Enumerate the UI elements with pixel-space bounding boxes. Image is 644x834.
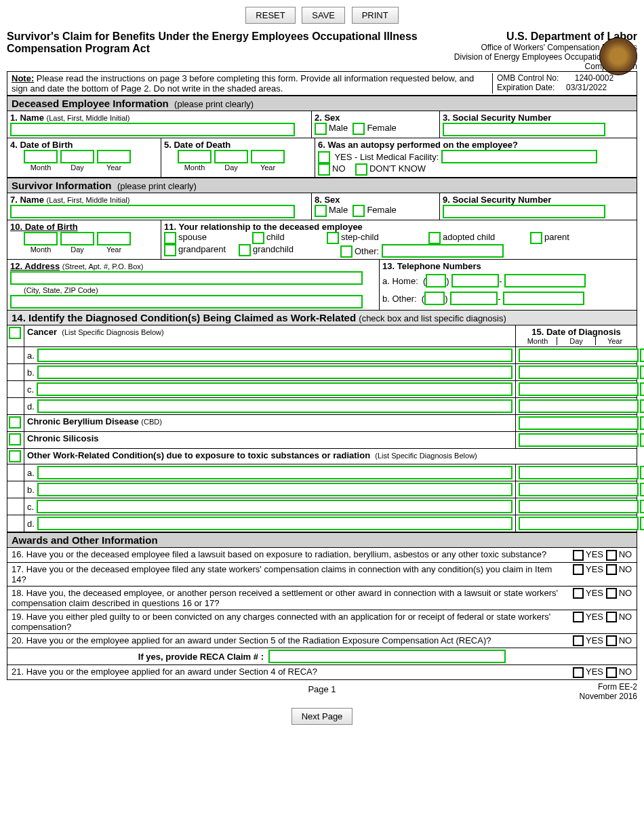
silicosis-checkbox[interactable] — [9, 433, 21, 445]
home-area-input[interactable] — [426, 274, 446, 287]
cbd-m-input[interactable] — [519, 416, 639, 430]
rel-gparent-checkbox[interactable] — [164, 244, 176, 256]
other-rows-c-input[interactable] — [37, 500, 512, 513]
autopsy-dk-checkbox[interactable] — [355, 163, 367, 176]
q6-no: NO — [332, 164, 346, 174]
rel-child: child — [266, 233, 285, 243]
sil-m-input[interactable] — [519, 433, 639, 447]
q21-yes-checkbox[interactable] — [573, 667, 584, 678]
q16-no-checkbox[interactable] — [606, 550, 617, 561]
q18-no-checkbox[interactable] — [606, 588, 617, 599]
other-cond-checkbox[interactable] — [9, 450, 21, 462]
autopsy-yes-checkbox[interactable] — [318, 151, 330, 163]
other-rows-d-d[interactable] — [640, 517, 644, 530]
q21-no-checkbox[interactable] — [606, 667, 617, 678]
cancer-rows-d-m[interactable] — [519, 399, 639, 413]
dod-month-input[interactable] — [178, 150, 212, 163]
q8-label: 8. Sex — [315, 195, 340, 205]
save-button[interactable]: SAVE — [302, 7, 345, 24]
reset-button[interactable]: RESET — [245, 7, 295, 24]
survivor-ssn-input[interactable] — [443, 205, 605, 218]
rel-other-checkbox[interactable] — [340, 245, 353, 258]
rel-spouse-checkbox[interactable] — [164, 232, 176, 244]
q19-yes-checkbox[interactable] — [573, 612, 584, 622]
cbd-checkbox[interactable] — [9, 416, 21, 429]
dod-year-input[interactable] — [251, 150, 285, 163]
address-city-input[interactable] — [10, 295, 363, 309]
address-street-input[interactable] — [10, 271, 363, 285]
other-pre-input[interactable] — [450, 292, 498, 305]
cancer-rows-d-input[interactable] — [37, 399, 512, 413]
reca-claim-input[interactable] — [268, 650, 506, 663]
q20-yes-checkbox[interactable] — [573, 635, 584, 646]
exp-label: Expiration Date: — [497, 83, 555, 92]
q17-yes-checkbox[interactable] — [573, 564, 584, 575]
q16-yes-checkbox[interactable] — [573, 550, 584, 561]
male-label: Male — [329, 123, 348, 133]
deceased-name-input[interactable] — [10, 123, 295, 136]
rel-step-checkbox[interactable] — [327, 232, 339, 244]
other-cond-hint: (List Specific Diagnosis Below) — [375, 452, 477, 460]
other-rows-a-input[interactable] — [37, 466, 512, 479]
cancer-rows-b-m[interactable] — [519, 365, 639, 379]
cancer-checkbox[interactable] — [9, 327, 21, 339]
cancer-rows-a-m[interactable] — [519, 349, 639, 362]
male-checkbox[interactable] — [315, 123, 327, 135]
form-date: November 2016 — [580, 692, 637, 701]
cbd-d-input[interactable] — [640, 416, 644, 430]
rel-adopted-checkbox[interactable] — [428, 232, 441, 244]
other-rows-a-m[interactable] — [519, 466, 639, 479]
sdob-year-input[interactable] — [97, 232, 131, 245]
other-rows-c-d[interactable] — [640, 500, 644, 513]
cancer-rows-a-d[interactable] — [640, 349, 644, 362]
other-rows-d-input[interactable] — [37, 517, 512, 530]
note-label: Note: — [12, 73, 34, 83]
surv-female-checkbox[interactable] — [353, 205, 365, 217]
cancer-rows-a-input[interactable] — [37, 349, 512, 362]
surv-male-checkbox[interactable] — [315, 205, 327, 217]
next-page-button[interactable]: Next Page — [291, 708, 353, 725]
sil-d-input[interactable] — [640, 433, 644, 447]
other-rows-b-d[interactable] — [640, 483, 644, 496]
rel-child-checkbox[interactable] — [252, 232, 264, 244]
home-post-input[interactable] — [504, 274, 586, 287]
cancer-rows-c-input[interactable] — [37, 382, 512, 396]
dob-day-input[interactable] — [60, 150, 94, 163]
q19-no-checkbox[interactable] — [606, 612, 617, 622]
dod-day-input[interactable] — [214, 150, 248, 163]
rel-gparent: grandparent — [178, 245, 226, 255]
other-rows-d-m[interactable] — [519, 517, 639, 530]
sdob-day-input[interactable] — [60, 232, 94, 245]
cancer-rows-b-d[interactable] — [640, 365, 644, 379]
sdob-month-input[interactable] — [24, 232, 58, 245]
rel-parent-checkbox[interactable] — [530, 232, 542, 244]
female-checkbox[interactable] — [353, 123, 365, 135]
other-rows-b-input[interactable] — [37, 483, 512, 496]
rel-other-input[interactable] — [382, 244, 504, 258]
q18-yes-checkbox[interactable] — [573, 588, 584, 599]
rel-gchild-checkbox[interactable] — [239, 244, 251, 256]
home-pre-input[interactable] — [451, 274, 499, 287]
print-button[interactable]: PRINT — [352, 7, 399, 24]
survivor-name-input[interactable] — [10, 205, 295, 218]
cancer-rows-c-d[interactable] — [640, 382, 644, 396]
cancer-hint: (List Specific Diagnosis Below) — [62, 328, 163, 336]
section-deceased: Deceased Employee Information — [12, 98, 169, 109]
q17-no-checkbox[interactable] — [606, 564, 617, 575]
cancer-rows-c-m[interactable] — [519, 382, 639, 396]
cancer-rows-d-d[interactable] — [640, 399, 644, 413]
cancer-rows-b-input[interactable] — [37, 365, 512, 379]
q20-no-checkbox[interactable] — [606, 635, 617, 646]
other-rows-c-m[interactable] — [519, 500, 639, 513]
autopsy-facility-input[interactable] — [441, 150, 597, 163]
other-rows-b-m[interactable] — [519, 483, 639, 496]
dob-year-input[interactable] — [97, 150, 131, 163]
female-label: Female — [367, 123, 396, 133]
other-post-input[interactable] — [503, 292, 584, 305]
autopsy-no-checkbox[interactable] — [318, 163, 330, 176]
other-area-input[interactable] — [424, 292, 445, 305]
other-rows-a-d[interactable] — [640, 466, 644, 479]
hint-print2: (please print clearly) — [117, 181, 197, 191]
dob-month-input[interactable] — [24, 150, 58, 163]
deceased-ssn-input[interactable] — [443, 123, 605, 136]
